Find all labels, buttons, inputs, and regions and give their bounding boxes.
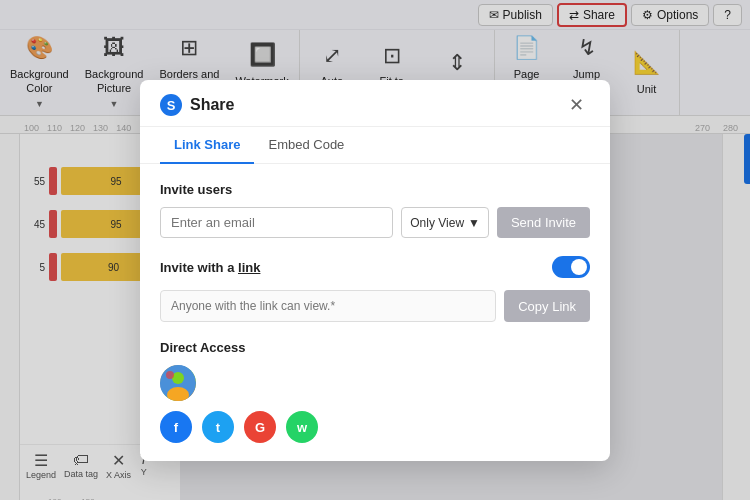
share-modal-icon: S: [160, 94, 182, 116]
google-share-button[interactable]: G: [244, 411, 276, 443]
copy-link-input[interactable]: [160, 290, 496, 322]
facebook-share-button[interactable]: f: [160, 411, 192, 443]
modal-title: Share: [190, 96, 234, 114]
permission-dropdown[interactable]: Only View ▼: [401, 207, 489, 238]
permission-label: Only View: [410, 216, 464, 230]
google-icon: G: [255, 420, 265, 435]
twitter-icon: t: [216, 420, 220, 435]
email-input[interactable]: [160, 207, 393, 238]
tab-link-share[interactable]: Link Share: [160, 127, 254, 164]
whatsapp-share-button[interactable]: w: [286, 411, 318, 443]
invite-link-row: Invite with a link: [160, 256, 590, 278]
link-toggle[interactable]: [552, 256, 590, 278]
share-modal: S Share ✕ Link Share Embed Code Invite u…: [140, 80, 610, 461]
copy-link-row: Copy Link: [160, 290, 590, 322]
twitter-share-button[interactable]: t: [202, 411, 234, 443]
modal-close-button[interactable]: ✕: [563, 94, 590, 116]
copy-link-button[interactable]: Copy Link: [504, 290, 590, 322]
direct-access-title: Direct Access: [160, 340, 590, 355]
invite-link-label: Invite with a link: [160, 260, 260, 275]
facebook-icon: f: [174, 420, 178, 435]
tab-embed-code[interactable]: Embed Code: [254, 127, 358, 164]
modal-tabs: Link Share Embed Code: [140, 127, 610, 164]
svg-point-3: [166, 371, 174, 379]
whatsapp-icon: w: [297, 420, 307, 435]
invite-users-title: Invite users: [160, 182, 590, 197]
modal-body: Invite users Only View ▼ Send Invite Inv…: [140, 164, 610, 461]
direct-access-users: [160, 365, 590, 401]
modal-overlay[interactable]: S Share ✕ Link Share Embed Code Invite u…: [0, 0, 750, 500]
modal-header: S Share ✕: [140, 80, 610, 127]
permission-caret: ▼: [468, 216, 480, 230]
send-invite-button[interactable]: Send Invite: [497, 207, 590, 238]
user-avatar: [160, 365, 196, 401]
social-share-row: f t G w: [160, 411, 590, 443]
modal-title-row: S Share: [160, 94, 234, 116]
link-text: link: [238, 260, 260, 275]
invite-row: Only View ▼ Send Invite: [160, 207, 590, 238]
